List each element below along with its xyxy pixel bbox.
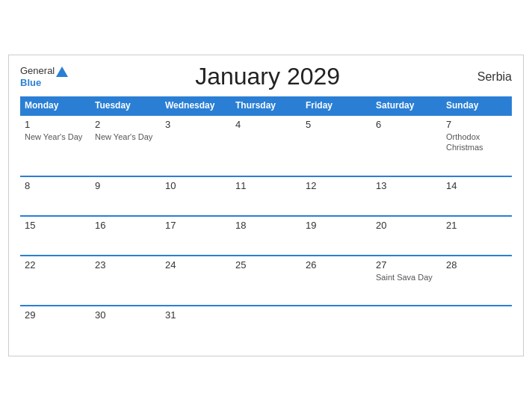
day-number: 13 bbox=[376, 180, 437, 191]
day-number: 18 bbox=[235, 220, 297, 231]
day-number: 14 bbox=[446, 180, 507, 191]
table-row: 23 bbox=[90, 256, 161, 306]
header-sunday: Sunday bbox=[442, 96, 512, 115]
day-number: 16 bbox=[95, 220, 156, 231]
calendar-table: Monday Tuesday Wednesday Thursday Friday… bbox=[20, 96, 512, 344]
table-row bbox=[301, 306, 371, 344]
country-label: Serbia bbox=[467, 70, 512, 84]
table-row: 15 bbox=[20, 216, 90, 256]
weekday-header-row: Monday Tuesday Wednesday Thursday Friday… bbox=[20, 96, 512, 115]
logo-general-text: General bbox=[20, 65, 55, 76]
day-number: 2 bbox=[95, 119, 156, 130]
holiday-name: Saint Sava Day bbox=[376, 272, 437, 282]
day-number: 26 bbox=[306, 259, 367, 271]
calendar-week-row: 1New Year's Day2New Year's Day34567Ortho… bbox=[20, 115, 512, 176]
table-row: 31 bbox=[161, 306, 231, 344]
day-number: 8 bbox=[25, 180, 86, 191]
day-number: 22 bbox=[25, 259, 86, 271]
table-row: 6 bbox=[371, 115, 442, 176]
table-row: 5 bbox=[301, 115, 371, 176]
table-row: 3 bbox=[161, 115, 231, 176]
holiday-name: New Year's Day bbox=[25, 132, 86, 142]
day-number: 19 bbox=[306, 220, 367, 231]
day-number: 30 bbox=[95, 309, 156, 321]
logo-blue-text: Blue bbox=[20, 77, 41, 88]
day-number: 5 bbox=[306, 119, 367, 130]
table-row: 28 bbox=[442, 256, 512, 306]
calendar-week-row: 15161718192021 bbox=[20, 216, 512, 256]
calendar-week-row: 222324252627Saint Sava Day28 bbox=[20, 256, 512, 306]
header-wednesday: Wednesday bbox=[161, 96, 231, 115]
day-number: 27 bbox=[376, 259, 437, 271]
table-row: 21 bbox=[442, 216, 512, 256]
table-row: 22 bbox=[20, 256, 90, 306]
day-number: 3 bbox=[165, 119, 226, 130]
table-row: 20 bbox=[371, 216, 442, 256]
table-row: 13 bbox=[371, 176, 442, 216]
table-row: 2New Year's Day bbox=[90, 115, 161, 176]
logo: General Blue bbox=[20, 65, 68, 88]
calendar-header: General Blue January 2029 Serbia bbox=[20, 63, 512, 90]
day-number: 17 bbox=[165, 220, 226, 231]
day-number: 9 bbox=[95, 180, 156, 191]
table-row: 11 bbox=[231, 176, 301, 216]
table-row: 7Orthodox Christmas bbox=[442, 115, 512, 176]
logo-triangle-icon bbox=[56, 67, 68, 77]
day-number: 25 bbox=[235, 259, 297, 271]
day-number: 28 bbox=[446, 259, 507, 271]
calendar-container: General Blue January 2029 Serbia Monday … bbox=[8, 55, 524, 356]
day-number: 20 bbox=[376, 220, 437, 231]
holiday-name: Orthodox Christmas bbox=[446, 132, 507, 153]
table-row: 30 bbox=[90, 306, 161, 344]
day-number: 31 bbox=[165, 309, 226, 321]
table-row: 18 bbox=[231, 216, 301, 256]
header-tuesday: Tuesday bbox=[90, 96, 161, 115]
table-row: 29 bbox=[20, 306, 90, 344]
table-row: 17 bbox=[161, 216, 231, 256]
table-row: 24 bbox=[161, 256, 231, 306]
table-row bbox=[231, 306, 301, 344]
table-row: 4 bbox=[231, 115, 301, 176]
table-row bbox=[442, 306, 512, 344]
header-saturday: Saturday bbox=[371, 96, 442, 115]
day-number: 24 bbox=[165, 259, 226, 271]
day-number: 29 bbox=[25, 309, 86, 321]
table-row: 8 bbox=[20, 176, 90, 216]
table-row: 9 bbox=[90, 176, 161, 216]
table-row: 14 bbox=[442, 176, 512, 216]
day-number: 12 bbox=[306, 180, 367, 191]
table-row bbox=[371, 306, 442, 344]
day-number: 15 bbox=[25, 220, 86, 231]
header-friday: Friday bbox=[301, 96, 371, 115]
holiday-name: New Year's Day bbox=[95, 132, 156, 142]
day-number: 7 bbox=[446, 119, 507, 130]
day-number: 10 bbox=[165, 180, 226, 191]
day-number: 21 bbox=[446, 220, 507, 231]
calendar-week-row: 293031 bbox=[20, 306, 512, 344]
calendar-week-row: 891011121314 bbox=[20, 176, 512, 216]
table-row: 27Saint Sava Day bbox=[371, 256, 442, 306]
header-monday: Monday bbox=[20, 96, 90, 115]
header-thursday: Thursday bbox=[231, 96, 301, 115]
table-row: 26 bbox=[301, 256, 371, 306]
table-row: 16 bbox=[90, 216, 161, 256]
table-row: 1New Year's Day bbox=[20, 115, 90, 176]
day-number: 4 bbox=[235, 119, 297, 130]
day-number: 23 bbox=[95, 259, 156, 271]
day-number: 6 bbox=[376, 119, 437, 130]
calendar-title: January 2029 bbox=[68, 63, 467, 90]
table-row: 12 bbox=[301, 176, 371, 216]
day-number: 11 bbox=[235, 180, 297, 191]
table-row: 19 bbox=[301, 216, 371, 256]
table-row: 10 bbox=[161, 176, 231, 216]
table-row: 25 bbox=[231, 256, 301, 306]
day-number: 1 bbox=[25, 119, 86, 130]
